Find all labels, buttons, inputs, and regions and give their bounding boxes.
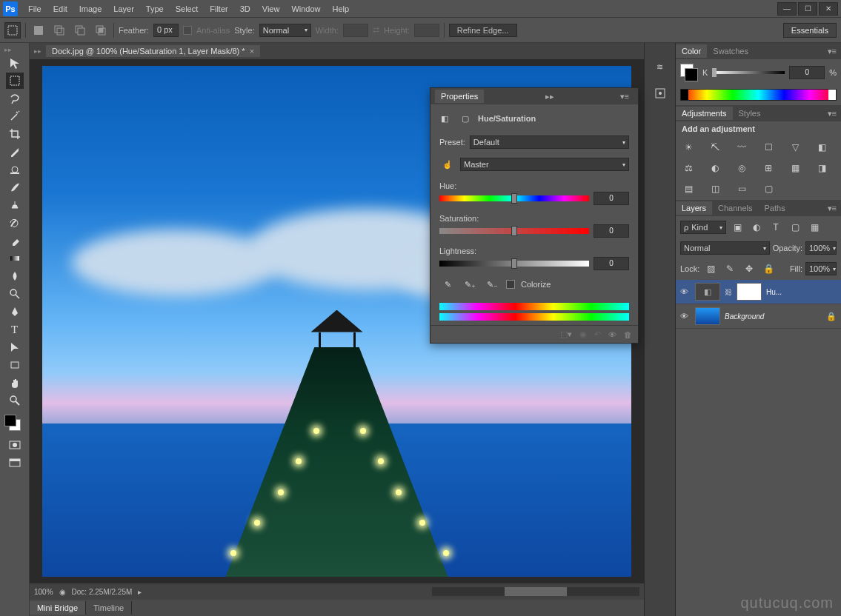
posterize-icon[interactable]: ▤ <box>680 181 697 197</box>
lock-transparency-icon[interactable]: ▨ <box>702 261 719 277</box>
zoom-level[interactable]: 100% <box>34 588 53 596</box>
eyedropper-tool[interactable] <box>6 144 24 160</box>
k-value-input[interactable]: 0 <box>789 66 825 79</box>
pen-tool[interactable] <box>6 304 24 320</box>
hand-tool[interactable] <box>6 375 24 391</box>
crop-tool[interactable] <box>6 126 24 142</box>
eraser-tool[interactable] <box>6 232 24 249</box>
quick-mask-tool[interactable] <box>6 437 24 453</box>
menu-help[interactable]: Help <box>327 1 356 16</box>
saturation-input[interactable]: 0 <box>594 224 629 238</box>
rectangular-marquee-tool[interactable] <box>6 73 24 89</box>
document-tab[interactable]: Dock.jpg @ 100% (Hue/Saturation 1, Layer… <box>46 45 260 57</box>
layer-filter-kind[interactable]: ρ Kind <box>680 221 726 234</box>
link-icon[interactable]: ⛓ <box>725 288 732 296</box>
lock-position-icon[interactable]: ✥ <box>741 261 757 277</box>
menu-window[interactable]: Window <box>285 1 326 16</box>
invert-icon[interactable]: ◨ <box>814 160 831 176</box>
fg-bg-swatches[interactable] <box>4 415 25 435</box>
tab-paths[interactable]: Paths <box>759 201 791 215</box>
tool-preset-icon[interactable] <box>4 22 21 38</box>
menu-3d[interactable]: 3D <box>234 1 256 16</box>
status-dropdown-icon[interactable]: ◉ <box>59 588 66 596</box>
threshold-icon[interactable]: ◫ <box>707 181 723 197</box>
adjustment-icon[interactable]: ◧ <box>436 110 453 127</box>
hue-range-strip[interactable] <box>439 303 629 310</box>
brightness-icon[interactable]: ☀ <box>680 139 697 155</box>
color-lookup-icon[interactable]: ▦ <box>788 160 804 176</box>
healing-brush-tool[interactable] <box>6 161 24 178</box>
menu-file[interactable]: File <box>22 1 47 16</box>
tab-timeline[interactable]: Timeline <box>86 601 132 615</box>
lightness-input[interactable]: 0 <box>594 257 629 270</box>
vibrance-icon[interactable]: ▽ <box>788 139 804 155</box>
layer-name[interactable]: Background <box>725 312 822 321</box>
menu-filter[interactable]: Filter <box>204 1 233 16</box>
feather-input[interactable]: 0 px <box>153 24 179 37</box>
doc-tabs-collapse-icon[interactable]: ▸▸ <box>34 47 46 55</box>
toolbox-collapse-icon[interactable]: ▸▸ <box>1 46 12 53</box>
exposure-icon[interactable]: ☐ <box>760 139 777 155</box>
adjustments-menu-icon[interactable]: ▾≡ <box>823 109 841 118</box>
mask-icon[interactable]: ▢ <box>457 110 473 127</box>
hue-sat-icon[interactable]: ◧ <box>814 139 831 155</box>
window-maximize-button[interactable]: ☐ <box>798 2 817 16</box>
lightness-slider[interactable] <box>439 261 589 267</box>
curves-icon[interactable]: 〰 <box>734 139 750 155</box>
tab-properties[interactable]: Properties <box>435 90 484 103</box>
eyedropper-icon[interactable]: ✎ <box>439 276 456 292</box>
character-panel-icon[interactable] <box>651 84 669 102</box>
layer-background[interactable]: 👁 Background 🔒 <box>676 304 841 329</box>
menu-type[interactable]: Type <box>140 1 170 16</box>
color-balance-icon[interactable]: ⚖ <box>680 160 697 176</box>
refine-edge-button[interactable]: Refine Edge... <box>449 24 517 37</box>
layers-menu-icon[interactable]: ▾≡ <box>823 204 841 213</box>
color-fg-bg-swatches[interactable] <box>680 64 698 81</box>
brush-tool[interactable] <box>6 179 24 195</box>
path-selection-tool[interactable] <box>6 339 24 355</box>
selective-color-icon[interactable]: ▢ <box>760 181 777 197</box>
opacity-input[interactable]: 100% <box>805 241 837 255</box>
window-close-button[interactable]: ✕ <box>819 2 838 16</box>
visibility-icon[interactable]: 👁 <box>680 287 691 296</box>
gradient-tool[interactable] <box>6 250 24 267</box>
filter-adjustment-icon[interactable]: ◐ <box>748 219 765 235</box>
clip-layer-icon[interactable]: ⬚▾ <box>560 329 572 339</box>
blend-mode-dropdown[interactable]: Normal <box>680 241 770 255</box>
style-dropdown[interactable]: Normal <box>259 24 311 37</box>
properties-collapse-icon[interactable]: ▸▸ <box>541 92 559 101</box>
tab-layers[interactable]: Layers <box>676 201 712 215</box>
filter-smart-icon[interactable]: ▦ <box>806 219 822 235</box>
tab-color[interactable]: Color <box>676 44 707 58</box>
mask-thumb[interactable] <box>737 283 762 301</box>
bw-icon[interactable]: ◐ <box>707 160 723 176</box>
type-tool[interactable]: T <box>6 321 24 338</box>
filter-shape-icon[interactable]: ▢ <box>787 219 803 235</box>
properties-menu-icon[interactable]: ▾≡ <box>616 92 634 101</box>
menu-image[interactable]: Image <box>73 1 108 16</box>
lasso-tool[interactable] <box>6 90 24 107</box>
subtract-selection-icon[interactable] <box>72 22 88 38</box>
color-panel-menu-icon[interactable]: ▾≡ <box>823 47 841 56</box>
menu-view[interactable]: View <box>256 1 286 16</box>
levels-icon[interactable]: ⛏ <box>707 139 723 155</box>
dodge-tool[interactable] <box>6 286 24 302</box>
k-slider[interactable] <box>712 71 785 74</box>
menu-edit[interactable]: Edit <box>47 1 73 16</box>
channel-dropdown[interactable]: Master <box>460 158 629 171</box>
blur-tool[interactable] <box>6 268 24 284</box>
filter-image-icon[interactable]: ▣ <box>729 219 745 235</box>
horizontal-scrollbar[interactable] <box>432 587 639 596</box>
lock-brush-icon[interactable]: ✎ <box>722 261 738 277</box>
eyedropper-minus-icon[interactable]: ✎₋ <box>484 276 500 292</box>
fg-swatch[interactable] <box>4 415 16 426</box>
color-spectrum[interactable] <box>680 89 837 101</box>
photo-filter-icon[interactable]: ◎ <box>734 160 750 176</box>
menu-layer[interactable]: Layer <box>107 1 140 16</box>
visibility-icon[interactable]: 👁 <box>680 312 691 321</box>
hue-input[interactable]: 0 <box>594 192 629 205</box>
preset-dropdown[interactable]: Default <box>470 135 629 149</box>
tab-styles[interactable]: Styles <box>733 107 767 120</box>
history-panel-icon[interactable]: ≋ <box>651 58 669 76</box>
gradient-map-icon[interactable]: ▭ <box>734 181 750 197</box>
